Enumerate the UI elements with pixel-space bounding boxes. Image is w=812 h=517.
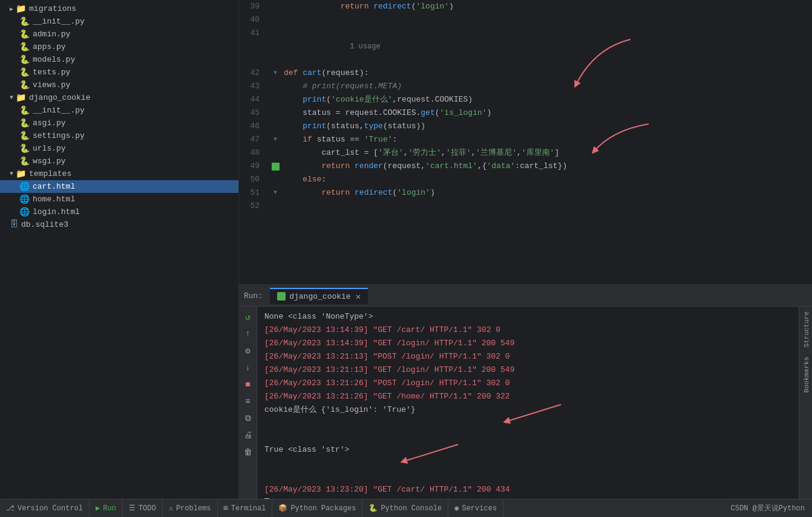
python-packages-icon: 📦 xyxy=(278,504,287,513)
python-console-icon: 🐍 xyxy=(368,504,378,513)
terminal-icon: ⊞ xyxy=(224,504,228,513)
sidebar-item-wsgi[interactable]: 🐍 wsgi.py xyxy=(0,155,238,167)
python-icon: 🐍 xyxy=(19,42,30,52)
output-line-2: [26/May/2023 13:14:39] "GET /login/ HTTP… xyxy=(264,337,791,350)
folder-icon: 📁 xyxy=(16,4,26,14)
code-line-44: 44 print('cookie是什么',request.COOKIES) xyxy=(239,93,812,106)
run-label: Run: xyxy=(244,291,263,301)
sidebar-label: django_cookie xyxy=(29,93,90,102)
code-line-50: 50 else: xyxy=(239,173,812,186)
rerun-button[interactable]: ↺ xyxy=(241,310,255,324)
parallel-button[interactable]: ⧉ xyxy=(241,412,255,425)
status-terminal[interactable]: ⊞ Terminal xyxy=(218,499,273,517)
sidebar-item-init2[interactable]: 🐍 __init__.py xyxy=(0,104,238,117)
sidebar-item-views[interactable]: 🐍 views.py xyxy=(0,79,238,91)
align-button[interactable]: ≡ xyxy=(241,395,255,408)
sidebar-item-login-html[interactable]: 🌐 login.html xyxy=(0,206,238,218)
code-content[interactable]: 39 return redirect('login') 40 41 xyxy=(239,0,812,284)
html-icon: 🌐 xyxy=(19,194,30,204)
bookmarks-label[interactable]: Bookmarks xyxy=(799,352,812,397)
folder-icon: 📁 xyxy=(16,169,26,179)
settings-button[interactable]: ⚙ xyxy=(241,344,255,357)
usage-hint: 1 usage xyxy=(350,42,380,51)
output-line-1: [26/May/2023 13:14:39] "GET /cart/ HTTP/… xyxy=(264,324,791,337)
sidebar-item-asgi[interactable]: 🐍 asgi.py xyxy=(0,117,238,129)
status-problems-label: Problems xyxy=(176,504,211,513)
code-line-46: 46 print(status,type(status)) xyxy=(239,120,812,133)
file-tree: ▶ 📁 migrations 🐍 __init__.py 🐍 admin.py … xyxy=(0,0,239,499)
sidebar-label: models.py xyxy=(33,55,75,64)
python-icon: 🐍 xyxy=(19,67,30,77)
sidebar-item-templates[interactable]: ▼ 📁 templates xyxy=(0,167,238,180)
stop-button[interactable]: ■ xyxy=(241,378,255,391)
sidebar-item-cart-html[interactable]: 🌐 cart.html xyxy=(0,180,238,193)
sidebar-item-models[interactable]: 🐍 models.py xyxy=(0,53,238,66)
sidebar-item-settings[interactable]: 🐍 settings.py xyxy=(0,129,238,142)
sidebar-item-apps[interactable]: 🐍 apps.py xyxy=(0,41,238,53)
fold-icon[interactable]: ▼ xyxy=(273,133,277,146)
code-line-42: 42 ▼ def cart(request): xyxy=(239,67,812,80)
down-button[interactable]: ↓ xyxy=(241,361,255,374)
python-icon: 🐍 xyxy=(19,143,30,154)
trash-button[interactable]: 🗑 xyxy=(241,446,255,459)
code-line-41: 41 1 usage xyxy=(239,27,812,67)
sidebar-item-tests[interactable]: 🐍 tests.py xyxy=(0,66,238,79)
vertical-labels: Structure Bookmarks xyxy=(799,307,812,499)
run-output[interactable]: None <class 'NoneType'> [26/May/2023 13:… xyxy=(257,307,799,499)
sidebar-label: settings.py xyxy=(33,131,85,140)
sidebar-label: apps.py xyxy=(33,42,66,51)
db-icon: 🗄 xyxy=(10,219,18,229)
code-line-39: 39 return redirect('login') xyxy=(239,0,812,13)
save-icon xyxy=(272,163,280,171)
status-python-packages[interactable]: 📦 Python Packages xyxy=(272,499,362,517)
status-todo[interactable]: ☰ TODO xyxy=(123,499,163,517)
structure-label[interactable]: Structure xyxy=(799,307,812,352)
print-button[interactable]: 🖨 xyxy=(241,429,255,442)
output-line-cart: [26/May/2023 13:23:20] "GET /cart/ HTTP/… xyxy=(264,483,791,496)
python-icon: 🐍 xyxy=(19,131,30,141)
run-body: ↺ ↑ ⚙ ↓ ■ ≡ ⧉ 🖨 🗑 None <class 'NoneType'… xyxy=(239,307,812,499)
services-icon: ◉ xyxy=(454,504,459,513)
python-icon: 🐍 xyxy=(19,80,30,90)
folder-icon: 📁 xyxy=(16,93,26,103)
sidebar-label: home.html xyxy=(33,195,75,204)
code-line-40: 40 xyxy=(239,13,812,27)
sidebar-label: __init__.py xyxy=(33,106,85,115)
sidebar-item-db[interactable]: 🗄 db.sqlite3 xyxy=(0,218,238,230)
python-icon: 🐍 xyxy=(19,54,30,65)
status-run[interactable]: ▶ Run xyxy=(90,499,123,517)
sidebar-label: urls.py xyxy=(33,144,66,153)
todo-icon: ☰ xyxy=(129,504,136,513)
sidebar-item-migrations[interactable]: ▶ 📁 migrations xyxy=(0,2,238,15)
status-python-console-label: Python Console xyxy=(381,504,442,513)
close-icon[interactable]: ✕ xyxy=(356,291,361,302)
sidebar-item-admin[interactable]: 🐍 admin.py xyxy=(0,28,238,41)
sidebar-item-django-cookie[interactable]: ▼ 📁 django_cookie xyxy=(0,91,238,104)
run-panel: Run: django_cookie ✕ ↺ ↑ ⚙ ↓ ■ ≡ ⧉ 🖨 xyxy=(239,284,812,499)
sidebar-item-init1[interactable]: 🐍 __init__.py xyxy=(0,15,238,28)
arrow-true xyxy=(385,438,464,469)
up-button[interactable]: ↑ xyxy=(241,327,255,340)
output-line-3: [26/May/2023 13:21:13] "POST /login/ HTT… xyxy=(264,350,791,363)
sidebar-label: cart.html xyxy=(33,182,75,191)
output-line-0: None <class 'NoneType'> xyxy=(264,310,791,324)
fold-icon[interactable]: ▼ xyxy=(273,186,277,200)
python-icon: 🐍 xyxy=(19,16,30,27)
run-tab[interactable]: django_cookie ✕ xyxy=(270,288,368,304)
chevron-icon: ▼ xyxy=(10,94,13,101)
status-problems[interactable]: ⚠ Problems xyxy=(163,499,218,517)
sidebar-item-urls[interactable]: 🐍 urls.py xyxy=(0,142,238,155)
sidebar-item-home-html[interactable]: 🌐 home.html xyxy=(0,193,238,206)
fold-icon[interactable]: ▼ xyxy=(273,67,277,80)
sidebar-label: tests.py xyxy=(33,68,70,77)
python-icon: 🐍 xyxy=(19,29,30,39)
chevron-icon: ▼ xyxy=(10,171,13,177)
arrow-cookie xyxy=(488,398,567,429)
code-line-52: 52 xyxy=(239,200,812,213)
status-python-packages-label: Python Packages xyxy=(290,504,356,513)
status-services[interactable]: ◉ Services xyxy=(448,499,503,517)
status-version-control[interactable]: ⎇ Version Control xyxy=(0,499,90,517)
status-python-console[interactable]: 🐍 Python Console xyxy=(362,499,448,517)
sidebar-label: admin.py xyxy=(33,30,70,39)
output-line-true: True <class 'str'> xyxy=(264,443,791,483)
